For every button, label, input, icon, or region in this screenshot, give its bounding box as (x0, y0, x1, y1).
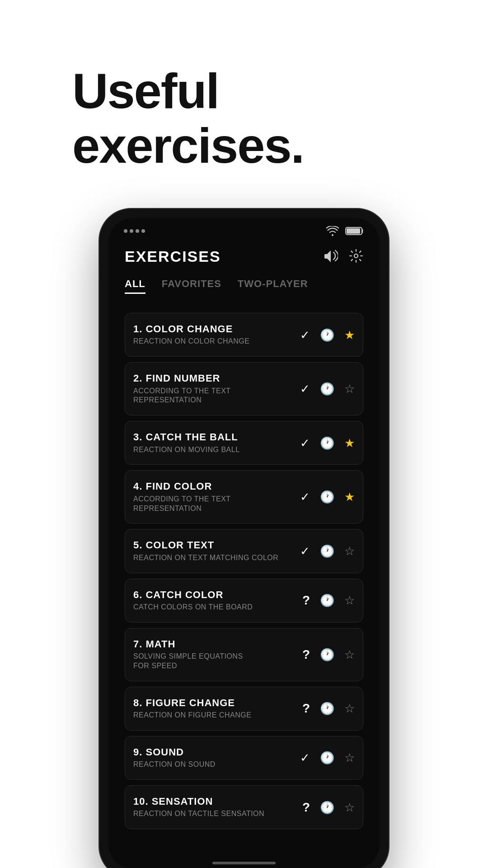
exercise-list: 1. COLOR CHANGE REACTION ON COLOR CHANGE… (125, 313, 363, 835)
svg-rect-1 (347, 228, 360, 234)
exercise-name-10: 10. SENSATION (133, 796, 296, 807)
exercise-actions-10: ? 🕐 ☆ (302, 801, 355, 814)
exercise-desc-9: REACTION ON SOUND (133, 760, 294, 769)
exercise-actions-6: ? 🕐 ☆ (302, 594, 355, 607)
signal-dots (124, 229, 145, 233)
phone-content: EXERCISES (108, 241, 380, 853)
exercise-desc-5: REACTION ON TEXT MATCHING COLOR (133, 553, 294, 563)
check-icon-1: ✓ (300, 329, 310, 341)
exercise-actions-4: ✓ 🕐 ★ (300, 491, 355, 503)
exercise-name-7: 7. MATH (133, 638, 296, 650)
exercise-item-3[interactable]: 3. CATCH THE BALL REACTION ON MOVING BAL… (125, 421, 363, 465)
battery-icon (345, 226, 364, 236)
phone-inner: EXERCISES (108, 218, 380, 868)
exercise-name-3: 3. CATCH THE BALL (133, 431, 294, 443)
status-bar (108, 218, 380, 241)
svg-point-2 (354, 254, 358, 258)
star-icon-3[interactable]: ★ (344, 437, 355, 449)
exercise-text-2: 2. FIND NUMBER ACCORDING TO THE TEXTREPR… (133, 373, 294, 405)
exercise-desc-2: ACCORDING TO THE TEXTREPRESENTATION (133, 387, 294, 406)
star-icon-8[interactable]: ☆ (344, 703, 355, 714)
exercise-actions-2: ✓ 🕐 ☆ (300, 383, 355, 395)
exercise-desc-3: REACTION ON MOVING BALL (133, 445, 294, 455)
exercise-text-4: 4. FIND COLOR ACCORDING TO THE TEXTREPRE… (133, 481, 294, 513)
history-icon-8: 🕐 (320, 703, 334, 714)
exercise-desc-7: SOLVING SIMPLE EQUATIONSFOR SPEED (133, 652, 296, 671)
exercise-text-6: 6. CATCH COLOR CATCH COLORS ON THE BOARD (133, 589, 296, 612)
history-icon-1: 🕐 (320, 329, 334, 341)
exercise-text-3: 3. CATCH THE BALL REACTION ON MOVING BAL… (133, 431, 294, 454)
star-icon-4[interactable]: ★ (344, 491, 355, 503)
page-title: Usefulexercises. (72, 63, 416, 173)
exercise-item-1[interactable]: 1. COLOR CHANGE REACTION ON COLOR CHANGE… (125, 313, 363, 357)
exercise-desc-8: REACTION ON FIGURE CHANGE (133, 711, 296, 720)
history-icon-6: 🕐 (320, 594, 334, 606)
check-icon-3: ✓ (300, 437, 310, 449)
exercise-item-5[interactable]: 5. COLOR TEXT REACTION ON TEXT MATCHING … (125, 529, 363, 573)
question-icon-10: ? (302, 801, 310, 814)
check-icon-4: ✓ (300, 491, 310, 503)
star-icon-6[interactable]: ☆ (344, 594, 355, 606)
exercise-name-2: 2. FIND NUMBER (133, 373, 294, 384)
screen-title: EXERCISES (125, 248, 221, 265)
page-title-section: Usefulexercises. (0, 0, 488, 200)
history-icon-4: 🕐 (320, 491, 334, 503)
exercise-name-5: 5. COLOR TEXT (133, 539, 294, 551)
question-icon-6: ? (302, 594, 310, 607)
exercise-desc-10: REACTION ON TACTILE SENSATION (133, 809, 296, 819)
check-icon-9: ✓ (300, 752, 310, 764)
settings-icon[interactable] (349, 249, 363, 265)
exercise-text-8: 8. FIGURE CHANGE REACTION ON FIGURE CHAN… (133, 697, 296, 720)
history-icon-5: 🕐 (320, 545, 334, 557)
exercise-actions-1: ✓ 🕐 ★ (300, 329, 355, 341)
exercise-text-5: 5. COLOR TEXT REACTION ON TEXT MATCHING … (133, 539, 294, 562)
check-icon-5: ✓ (300, 545, 310, 557)
tabs: ALL FAVORITES TWO-PLAYER (125, 278, 363, 298)
exercise-actions-3: ✓ 🕐 ★ (300, 437, 355, 449)
question-icon-7: ? (302, 648, 310, 661)
exercise-name-6: 6. CATCH COLOR (133, 589, 296, 601)
exercise-item-7[interactable]: 7. MATH SOLVING SIMPLE EQUATIONSFOR SPEE… (125, 628, 363, 681)
wifi-icon (326, 226, 339, 236)
exercise-item-9[interactable]: 9. SOUND REACTION ON SOUND ✓ 🕐 ☆ (125, 736, 363, 780)
exercise-item-4[interactable]: 4. FIND COLOR ACCORDING TO THE TEXTREPRE… (125, 470, 363, 524)
exercise-text-10: 10. SENSATION REACTION ON TACTILE SENSAT… (133, 796, 296, 819)
exercise-item-6[interactable]: 6. CATCH COLOR CATCH COLORS ON THE BOARD… (125, 579, 363, 623)
tab-favorites[interactable]: FAVORITES (162, 278, 221, 294)
question-icon-8: ? (302, 702, 310, 715)
exercise-desc-6: CATCH COLORS ON THE BOARD (133, 603, 296, 612)
star-icon-9[interactable]: ☆ (344, 752, 355, 764)
exercise-actions-8: ? 🕐 ☆ (302, 702, 355, 715)
header-icons (324, 249, 363, 265)
exercise-name-9: 9. SOUND (133, 746, 294, 758)
exercise-text-1: 1. COLOR CHANGE REACTION ON COLOR CHANGE (133, 323, 294, 346)
history-icon-2: 🕐 (320, 383, 334, 395)
check-icon-2: ✓ (300, 383, 310, 395)
exercise-text-9: 9. SOUND REACTION ON SOUND (133, 746, 294, 769)
star-icon-10[interactable]: ☆ (344, 802, 355, 813)
exercise-item-8[interactable]: 8. FIGURE CHANGE REACTION ON FIGURE CHAN… (125, 687, 363, 731)
exercise-actions-9: ✓ 🕐 ☆ (300, 752, 355, 764)
star-icon-2[interactable]: ☆ (344, 383, 355, 395)
exercise-item-10[interactable]: 10. SENSATION REACTION ON TACTILE SENSAT… (125, 785, 363, 829)
history-icon-7: 🕐 (320, 649, 334, 660)
phone-wrapper: EXERCISES (99, 209, 389, 868)
history-icon-10: 🕐 (320, 802, 334, 813)
history-icon-9: 🕐 (320, 752, 334, 764)
exercise-name-8: 8. FIGURE CHANGE (133, 697, 296, 709)
exercise-actions-5: ✓ 🕐 ☆ (300, 545, 355, 557)
sound-icon[interactable] (324, 250, 338, 264)
home-indicator (212, 862, 276, 864)
star-icon-1[interactable]: ★ (344, 329, 355, 341)
exercise-name-4: 4. FIND COLOR (133, 481, 294, 492)
star-icon-7[interactable]: ☆ (344, 649, 355, 660)
phone-frame: EXERCISES (99, 209, 389, 868)
exercise-actions-7: ? 🕐 ☆ (302, 648, 355, 661)
exercise-item-2[interactable]: 2. FIND NUMBER ACCORDING TO THE TEXTREPR… (125, 362, 363, 415)
exercise-name-1: 1. COLOR CHANGE (133, 323, 294, 335)
exercise-desc-4: ACCORDING TO THE TEXTREPRESENTATION (133, 495, 294, 514)
star-icon-5[interactable]: ☆ (344, 545, 355, 557)
screen-header: EXERCISES (125, 241, 363, 278)
tab-all[interactable]: ALL (125, 278, 145, 294)
tab-two-player[interactable]: TWO-PLAYER (238, 278, 308, 294)
